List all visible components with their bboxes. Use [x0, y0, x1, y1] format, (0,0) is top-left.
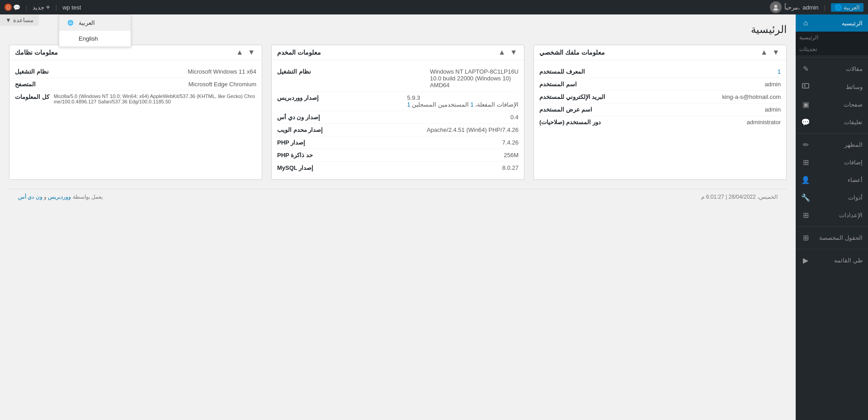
- sidebar-item-collapse[interactable]: طي القائمه ▶: [796, 252, 868, 269]
- sidebar-item-comments[interactable]: تعليقات 💬: [796, 113, 868, 131]
- php-memory-value: 256M: [504, 152, 519, 159]
- widget-title-personal: معلومات ملفك الشخصي: [539, 49, 605, 56]
- sidebar-item-label-settings: الإعدادات: [814, 212, 863, 219]
- username-label: اسم المستخدم: [539, 81, 577, 88]
- sidebar-item-custom-fields[interactable]: الحقول المخصصة ⊞: [796, 229, 868, 247]
- submenu-item-updates[interactable]: تحديثات: [796, 43, 868, 55]
- adminbar-left: wp test | + جديد | 💬 0: [5, 3, 81, 11]
- plus-icon: +: [46, 3, 50, 11]
- widget-collapse-btn-personal[interactable]: ▼: [771, 49, 781, 56]
- widget-collapse-btn-server[interactable]: ▼: [509, 49, 519, 56]
- svg-point-0: [774, 5, 778, 8]
- widget-controls-system: ▼ ▲: [235, 49, 256, 56]
- wp-users-link[interactable]: 1: [471, 101, 474, 108]
- lang-option-english[interactable]: English: [59, 31, 131, 47]
- info-row-mysql-version: 8.0.27 إصدار MySQL: [277, 162, 519, 174]
- role-value: administrator: [747, 119, 781, 126]
- language-button[interactable]: 🌐 العربية: [831, 3, 863, 12]
- widget-personal-header: ▼ ▲ معلومات ملفك الشخصي: [534, 45, 786, 60]
- admin-bar: مرحباً، admin | 🌐 العربية wp test | + جد…: [0, 0, 868, 14]
- menu-separator-3: [796, 226, 868, 227]
- sidebar-item-media[interactable]: وسائط: [796, 78, 868, 96]
- php-version-label: إصدار PHP: [277, 139, 305, 146]
- info-row-user-agent: Mozilla/5.0 (Windows NT 10.0; Win64; x64…: [15, 91, 256, 107]
- sidebar-item-settings[interactable]: الإعدادات ⊞: [796, 206, 868, 224]
- sidebar-item-label-collapse: طي القائمه: [814, 257, 863, 264]
- arabic-label: العربية: [79, 19, 95, 26]
- sidebar-item-label-plugins: إضافات: [814, 159, 863, 166]
- username-value: admin: [765, 81, 781, 88]
- admin-user[interactable]: مرحباً، admin: [770, 1, 818, 13]
- svg-point-1: [774, 8, 778, 11]
- page-title: الرئيسية: [751, 23, 787, 36]
- sidebar-item-pages[interactable]: صفحات ▣: [796, 96, 868, 113]
- info-row-wp-version: 5.9.3 1 الإضافات المفعلة، 1 المستخدمين ا…: [277, 92, 519, 111]
- settings-icon: ⊞: [801, 211, 810, 219]
- appearance-icon: ✏: [801, 140, 810, 149]
- sidebar-item-users[interactable]: أعضاء 👤: [796, 171, 868, 189]
- help-button[interactable]: مساعدة ▼: [0, 14, 39, 26]
- footer-wnd-link[interactable]: ون دي أس: [18, 194, 42, 200]
- user-agent-value: Mozilla/5.0 (Windows NT 10.0; Win64; x64…: [54, 93, 256, 104]
- mysql-version-value: 8.0.27: [502, 164, 519, 171]
- submenu-item-home[interactable]: الرئيسية: [796, 32, 868, 43]
- php-memory-label: حد ذاكرة PHP: [277, 152, 313, 159]
- widget-title-system: معلومات نظامك: [15, 49, 58, 56]
- sys-os-value: Microsoft Windows 11 x64: [188, 68, 256, 75]
- widget-up-btn-personal[interactable]: ▲: [759, 49, 769, 56]
- lang-option-arabic[interactable]: 🌐 العربية: [59, 15, 131, 31]
- widget-title-server: معلومات المخدم: [277, 49, 321, 56]
- widget-body-personal: 1 المعرف للمستخدم admin اسم المستخدم kin…: [534, 60, 786, 134]
- info-row-os: Windows NT LAPTOP-8C1LP16U10.0 build 220…: [277, 65, 519, 92]
- widget-server-info: ▼ ▲ معلومات المخدم Windows NT LAPTOP-8C1…: [271, 45, 524, 180]
- media-icon: [801, 82, 810, 91]
- display-name-value: admin: [765, 106, 781, 113]
- sidebar-item-tools[interactable]: أدوات 🔧: [796, 189, 868, 206]
- english-label: English: [79, 35, 98, 42]
- info-row-browser: Microsoft Edge Chromium المتصفح: [15, 78, 256, 91]
- info-row-sys-os: Microsoft Windows 11 x64 نظام التشغيل: [15, 65, 256, 78]
- help-arrow-icon: ▼: [5, 17, 11, 23]
- sidebar-item-posts[interactable]: مقالات ✎: [796, 60, 868, 78]
- browser-value: Microsoft Edge Chromium: [189, 81, 256, 88]
- sidebar-item-plugins[interactable]: إضافات ⊞: [796, 154, 868, 171]
- info-row-php-memory: 256M حد ذاكرة PHP: [277, 149, 519, 162]
- widget-up-btn-server[interactable]: ▲: [497, 49, 507, 56]
- mysql-version-label: إصدار MySQL: [277, 164, 313, 171]
- pages-icon: ▣: [801, 100, 810, 109]
- new-content-btn[interactable]: + جديد: [33, 3, 50, 11]
- sidebar-item-appearance[interactable]: المظهر ✏: [796, 136, 868, 154]
- menu-separator-4: [796, 249, 868, 249]
- widget-server-header: ▼ ▲ معلومات المخدم: [272, 45, 524, 60]
- php-version-value: 7.4.26: [502, 139, 519, 146]
- footer-and: و: [42, 194, 47, 200]
- footer-wordpress-link[interactable]: ووردبريس: [48, 194, 71, 200]
- site-name[interactable]: wp test: [62, 4, 81, 11]
- menu-separator-2: [796, 133, 868, 134]
- wp-wrap: الرئيسيه ⌂ الرئيسية تحديثات مقالات ✎ وسا…: [0, 14, 868, 420]
- custom-fields-icon: ⊞: [801, 233, 810, 242]
- dashboard-icon: ⌂: [801, 19, 810, 27]
- comment-icon: 💬: [13, 4, 20, 11]
- user-greeting: مرحباً،: [784, 4, 800, 11]
- new-label: جديد: [33, 4, 44, 11]
- user-id-value[interactable]: 1: [778, 68, 781, 75]
- os-value: Windows NT LAPTOP-8C1LP16U10.0 build 220…: [430, 68, 519, 89]
- adminbar-right: مرحباً، admin | 🌐 العربية: [770, 1, 863, 13]
- widget-system-info: ▼ ▲ معلومات نظامك Microsoft Windows 11 x…: [9, 45, 262, 180]
- comments-btn[interactable]: 💬 0: [5, 4, 20, 11]
- plugins-icon: ⊞: [801, 158, 810, 167]
- menu-separator-1: [796, 57, 868, 58]
- wp-plugins-link[interactable]: 1: [407, 101, 410, 108]
- display-name-label: اسم عرض المستخدم: [539, 106, 592, 113]
- footer-datetime: الخميس، 28/04/2022 | 6:01:27 م: [701, 194, 778, 200]
- info-row-username: admin اسم المستخدم: [539, 78, 781, 91]
- sidebar-item-label-tools: أدوات: [814, 194, 863, 201]
- widget-collapse-btn-system[interactable]: ▼: [246, 49, 256, 56]
- role-label: دور المستخدم (صلاحيات): [539, 119, 601, 126]
- sidebar-item-dashboard[interactable]: الرئيسيه ⌂: [796, 14, 868, 32]
- collapse-icon: ▶: [801, 256, 810, 265]
- admin-menu: الرئيسيه ⌂ الرئيسية تحديثات مقالات ✎ وسا…: [796, 14, 868, 420]
- email-value: king-a-s@hotmail.com: [722, 93, 781, 100]
- widget-up-btn-system[interactable]: ▲: [235, 49, 245, 56]
